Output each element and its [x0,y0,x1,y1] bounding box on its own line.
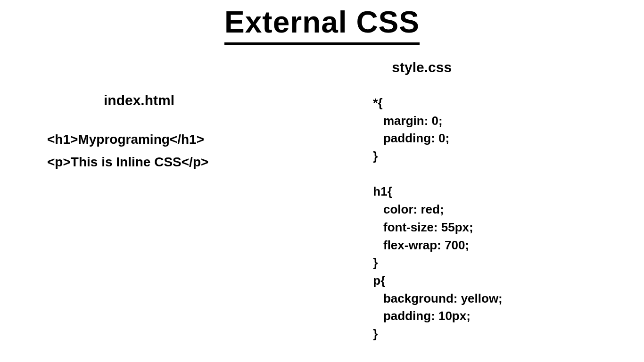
columns-container: index.html <h1>Myprograming</h1> <p>This… [0,59,644,343]
css-code-block: *{ margin: 0; padding: 0; } h1{ color: r… [373,94,644,343]
html-code-line-1: <h1>Myprograming</h1> [47,132,354,147]
left-column: index.html <h1>Myprograming</h1> <p>This… [0,59,354,343]
html-filename-label: index.html [104,92,354,108]
page-title: External CSS [224,5,420,45]
right-column: style.css *{ margin: 0; padding: 0; } h1… [354,59,644,343]
html-code-line-2: <p>This is Inline CSS</p> [47,155,354,170]
css-filename-label: style.css [392,59,644,75]
